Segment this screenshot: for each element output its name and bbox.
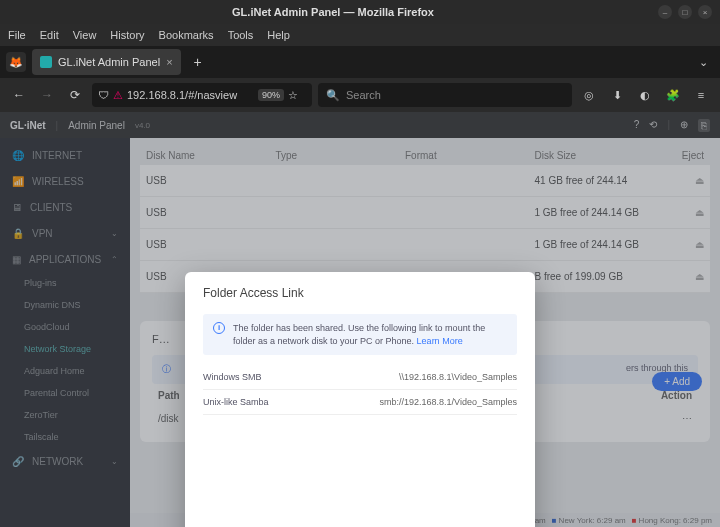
search-icon: 🔍: [326, 89, 340, 102]
tab-favicon-icon: [40, 56, 52, 68]
menu-edit[interactable]: Edit: [40, 29, 59, 41]
url-text: 192.168.8.1/#/nasview: [127, 89, 237, 101]
samba-label: Unix-like Samba: [203, 397, 269, 407]
smb-value: \\192.168.8.1\Video_Samples: [399, 372, 517, 382]
forward-button[interactable]: →: [36, 84, 58, 106]
new-tab-button[interactable]: +: [187, 51, 209, 73]
window-minimize[interactable]: –: [658, 5, 672, 19]
shield-icon[interactable]: 🛡: [98, 89, 109, 101]
extensions-icon[interactable]: 🧩: [662, 84, 684, 106]
samba-value: smb://192.168.8.1/Video_Samples: [380, 397, 517, 407]
urlbar: ← → ⟳ 🛡 ⚠ 192.168.8.1/#/nasview 90% ☆ 🔍 …: [0, 78, 720, 112]
back-button[interactable]: ←: [8, 84, 30, 106]
pocket-icon[interactable]: ◎: [578, 84, 600, 106]
smb-row: Windows SMB \\192.168.8.1\Video_Samples: [203, 365, 517, 390]
window-titlebar: GL.iNet Admin Panel — Mozilla Firefox – …: [0, 0, 720, 24]
url-field[interactable]: 🛡 ⚠ 192.168.8.1/#/nasview 90% ☆: [92, 83, 312, 107]
modal-title: Folder Access Link: [203, 286, 517, 300]
lock-icon[interactable]: ⚠: [113, 89, 123, 102]
downloads-icon[interactable]: ⬇: [606, 84, 628, 106]
window-title: GL.iNet Admin Panel — Mozilla Firefox: [8, 6, 658, 18]
zoom-badge[interactable]: 90%: [258, 89, 284, 101]
bookmark-star-icon[interactable]: ☆: [288, 89, 306, 102]
browser-tab[interactable]: GL.iNet Admin Panel ×: [32, 49, 181, 75]
menu-icon[interactable]: ≡: [690, 84, 712, 106]
menu-help[interactable]: Help: [267, 29, 290, 41]
menu-history[interactable]: History: [110, 29, 144, 41]
search-placeholder: Search: [346, 89, 381, 101]
folder-access-modal: Folder Access Link i The folder has been…: [185, 272, 535, 527]
menubar: File Edit View History Bookmarks Tools H…: [0, 24, 720, 46]
menu-bookmarks[interactable]: Bookmarks: [159, 29, 214, 41]
window-close[interactable]: ×: [698, 5, 712, 19]
window-maximize[interactable]: □: [678, 5, 692, 19]
reload-button[interactable]: ⟳: [64, 84, 86, 106]
learn-more-link[interactable]: Learn More: [417, 336, 463, 346]
menu-tools[interactable]: Tools: [228, 29, 254, 41]
smb-label: Windows SMB: [203, 372, 262, 382]
search-field[interactable]: 🔍 Search: [318, 83, 572, 107]
tabbar: 🦊 GL.iNet Admin Panel × + ⌄: [0, 46, 720, 78]
tabs-dropdown-icon[interactable]: ⌄: [692, 51, 714, 73]
tab-close-icon[interactable]: ×: [166, 56, 172, 68]
modal-info: i The folder has been shared. Use the fo…: [203, 314, 517, 355]
samba-row: Unix-like Samba smb://192.168.8.1/Video_…: [203, 390, 517, 415]
page-content: GL·iNet | Admin Panel v4.0 ? ⟲ | ⊕ ⎘ 🌐IN…: [0, 112, 720, 527]
firefox-icon[interactable]: 🦊: [6, 52, 26, 72]
account-icon[interactable]: ◐: [634, 84, 656, 106]
menu-view[interactable]: View: [73, 29, 97, 41]
info-icon: i: [213, 322, 225, 334]
menu-file[interactable]: File: [8, 29, 26, 41]
tab-title: GL.iNet Admin Panel: [58, 56, 160, 68]
